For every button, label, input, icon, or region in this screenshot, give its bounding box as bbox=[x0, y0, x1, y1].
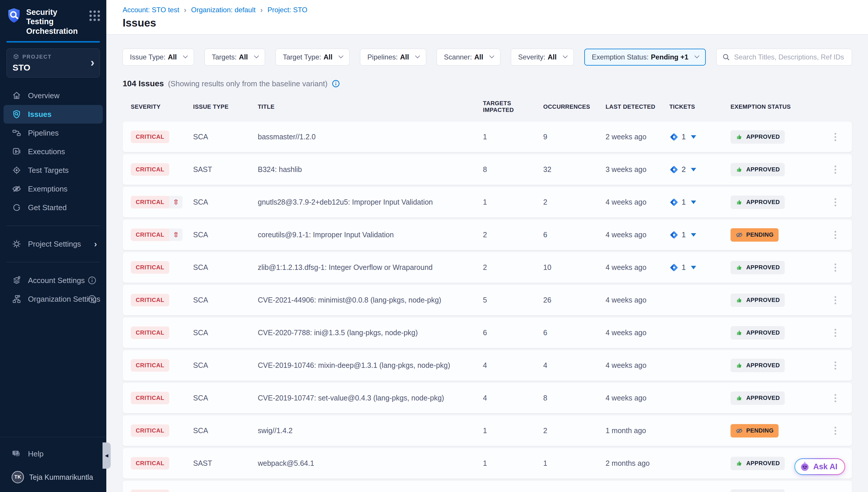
ticket-link[interactable]: 1 bbox=[669, 230, 696, 240]
table-row[interactable]: CRITICAL SCA coreutils@9.1-1: Improper I… bbox=[123, 220, 852, 250]
issue-title[interactable]: webpack@5.64.1 bbox=[258, 459, 483, 468]
filter-target-type[interactable]: Target Type: All bbox=[275, 49, 349, 66]
table-row[interactable]: CRITICAL SCA CVE-2021-44906: minimist@0.… bbox=[123, 285, 852, 315]
row-menu-button[interactable] bbox=[832, 261, 839, 275]
search-input[interactable] bbox=[734, 53, 846, 61]
issues-count: 104 Issues bbox=[123, 79, 164, 88]
ticket-link[interactable]: 1 bbox=[669, 198, 696, 207]
issue-title[interactable]: zlib@1:1.2.13.dfsg-1: Integer Overflow o… bbox=[258, 263, 483, 272]
exemption-status-badge: PENDING bbox=[731, 228, 779, 242]
issue-title[interactable]: CVE-2019-10747: set-value@0.4.3 (lang-pk… bbox=[258, 394, 483, 402]
table-row[interactable]: CRITICAL SCA CVE-2020-7788: ini@1.3.5 (l… bbox=[123, 317, 852, 348]
breadcrumb: Account: STO test › Organization: defaul… bbox=[123, 6, 852, 14]
module-switcher-grid-icon[interactable] bbox=[89, 10, 100, 21]
row-menu-button[interactable] bbox=[832, 293, 839, 307]
ai-robot-icon bbox=[799, 461, 810, 472]
chevron-down-icon[interactable] bbox=[691, 135, 696, 139]
issue-title[interactable]: swig//1.4.2 bbox=[258, 426, 483, 435]
filter-exemption-status[interactable]: Exemption Status: Pending +1 bbox=[584, 49, 706, 66]
sidebar-item-exemptions[interactable]: Exemptions bbox=[3, 179, 103, 198]
severity-badge: CRITICAL bbox=[131, 261, 169, 274]
row-menu-button[interactable] bbox=[832, 359, 839, 372]
severity-badge: CRITICAL bbox=[131, 457, 169, 470]
sidebar-item-overview[interactable]: Overview bbox=[3, 86, 103, 105]
table-row[interactable]: CRITICAL SCA gnutls28@3.7.9-2+deb12u5: I… bbox=[123, 187, 852, 217]
table-row[interactable]: CRITICAL SCA CVE-2019-10746: mixin-deep@… bbox=[123, 350, 852, 381]
issue-title[interactable]: CVE-2019-10746: mixin-deep@1.3.1 (lang-p… bbox=[258, 361, 483, 370]
user-menu[interactable]: TK Teja Kummarikuntla bbox=[3, 466, 103, 483]
exemption-status-cell: APPROVED bbox=[731, 261, 832, 274]
issue-type-cell: SCA bbox=[193, 328, 258, 337]
table-row[interactable]: CRITICAL SAST B324: hashlib 8 32 3 weeks… bbox=[123, 154, 852, 185]
tickets-cell: 1 bbox=[669, 132, 731, 142]
row-menu-button[interactable] bbox=[832, 195, 839, 209]
ask-ai-button[interactable]: Ask AI bbox=[794, 458, 845, 475]
row-menu-button[interactable] bbox=[832, 228, 839, 242]
filter-severity[interactable]: Severity: All bbox=[511, 49, 574, 66]
variants-layers-icon bbox=[169, 196, 183, 208]
issue-title[interactable]: CVE-2020-7788: ini@1.3.5 (lang-pkgs, nod… bbox=[258, 328, 483, 337]
cube-icon bbox=[12, 53, 20, 60]
sidebar-item-executions[interactable]: Executions bbox=[3, 142, 103, 161]
issue-title[interactable]: CVE-2021-44906: minimist@0.0.8 (lang-pkg… bbox=[258, 296, 483, 304]
sidebar-item-issues[interactable]: Issues bbox=[3, 105, 103, 124]
chevron-down-icon[interactable] bbox=[691, 200, 696, 204]
table-row[interactable]: CRITICAL SAST webpack@5.64.1 1 1 2 month… bbox=[123, 448, 852, 478]
chevron-down-icon[interactable] bbox=[691, 168, 696, 171]
filter-targets[interactable]: Targets: All bbox=[205, 49, 265, 66]
breadcrumb-organization-link[interactable]: Organization: default bbox=[191, 6, 256, 14]
eye-off-icon bbox=[12, 184, 22, 194]
issue-title[interactable]: bassmaster//1.2.0 bbox=[258, 132, 483, 141]
info-icon[interactable] bbox=[332, 79, 340, 88]
filter-scanner[interactable]: Scanner: All bbox=[437, 49, 500, 66]
ticket-link[interactable]: 1 bbox=[669, 132, 696, 142]
chevron-down-icon[interactable] bbox=[691, 266, 696, 269]
severity-badge: CRITICAL bbox=[131, 359, 169, 372]
play-icon bbox=[12, 147, 22, 156]
sidebar-collapse-handle[interactable]: ◀ bbox=[103, 442, 111, 469]
issue-title[interactable]: B324: hashlib bbox=[258, 165, 483, 174]
sidebar-item-test-targets[interactable]: Test Targets bbox=[3, 161, 103, 179]
issue-title[interactable]: coreutils@9.1-1: Improper Input Validati… bbox=[258, 230, 483, 239]
sidebar-item-pipelines[interactable]: Pipelines bbox=[3, 124, 103, 142]
last-detected-cell: 4 weeks ago bbox=[606, 198, 669, 206]
breadcrumb-account-link[interactable]: Account: STO test bbox=[123, 6, 179, 14]
sidebar-item-get-started[interactable]: Get Started bbox=[3, 198, 103, 217]
exemption-status-badge: APPROVED bbox=[731, 457, 785, 470]
row-menu-button[interactable] bbox=[832, 326, 839, 340]
severity-badge: CRITICAL bbox=[131, 163, 169, 176]
sidebar-item-project-settings[interactable]: Project Settings › bbox=[3, 235, 103, 253]
targets-impacted-cell: 4 bbox=[483, 394, 543, 402]
filter-issue-type[interactable]: Issue Type: All bbox=[123, 49, 194, 66]
table-row[interactable]: CRITICAL SCA CVE-2019-10747: set-value@0… bbox=[123, 383, 852, 413]
table-row[interactable]: CRITICAL SCA bassmaster//1.2.0 1 9 2 wee… bbox=[123, 122, 852, 152]
ticket-link[interactable]: 2 bbox=[669, 165, 696, 174]
row-menu-button[interactable] bbox=[832, 130, 839, 144]
project-selector[interactable]: PROJECT STO › bbox=[6, 48, 100, 77]
chevron-down-icon[interactable] bbox=[691, 233, 696, 237]
row-menu-button[interactable] bbox=[832, 163, 839, 177]
layers-gear-icon bbox=[12, 275, 22, 285]
row-menu-button[interactable] bbox=[832, 424, 839, 438]
sidebar-item-organization-settings[interactable]: Organization Settings bbox=[3, 290, 103, 309]
targets-impacted-cell: 1 bbox=[483, 426, 543, 435]
app-root: Security Testing Orchestration PROJECT S… bbox=[0, 0, 868, 492]
help-button[interactable]: ? Help bbox=[3, 447, 103, 461]
ticket-link[interactable]: 1 bbox=[669, 263, 696, 272]
org-hierarchy-gear-icon bbox=[12, 294, 22, 304]
filter-pipelines[interactable]: Pipelines: All bbox=[360, 49, 426, 66]
row-menu-button[interactable] bbox=[832, 391, 839, 405]
app-title: Security Testing Orchestration bbox=[26, 7, 85, 36]
table-row[interactable]: CRITICAL SCA swig//1.4.2 1 2 1 month ago… bbox=[123, 415, 852, 446]
row-menu-cell bbox=[832, 261, 852, 275]
breadcrumb-project-link[interactable]: Project: STO bbox=[267, 6, 307, 14]
issue-title[interactable]: gnutls28@3.7.9-2+deb12u5: Improper Input… bbox=[258, 198, 483, 206]
severity-cell: CRITICAL bbox=[131, 424, 193, 437]
table-row[interactable]: CRITICAL SAST django@1.2 1 22 2 months a… bbox=[123, 481, 852, 492]
last-detected-cell: 2 months ago bbox=[606, 459, 669, 468]
pipelines-icon bbox=[12, 128, 22, 138]
row-menu-button[interactable] bbox=[832, 489, 839, 492]
sidebar-item-account-settings[interactable]: Account Settings bbox=[3, 271, 103, 290]
severity-cell: CRITICAL bbox=[131, 326, 193, 339]
table-row[interactable]: CRITICAL SCA zlib@1:1.2.13.dfsg-1: Integ… bbox=[123, 252, 852, 283]
